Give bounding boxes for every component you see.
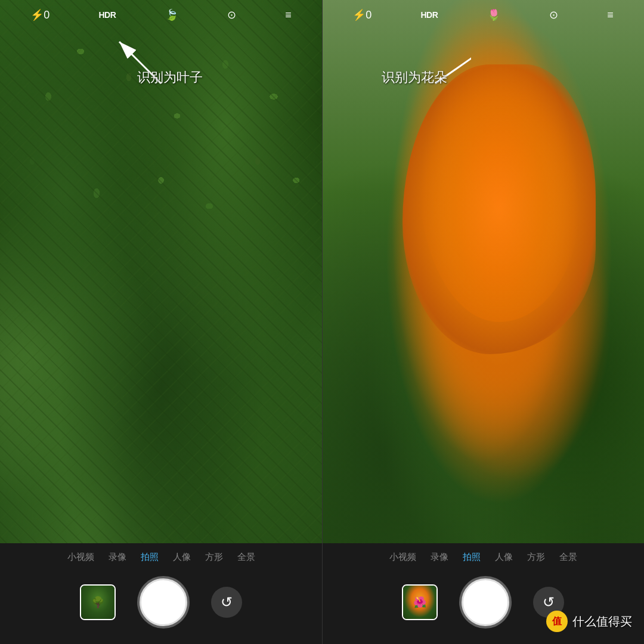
left-shutter-button[interactable] [140, 578, 187, 626]
right-flash-icon[interactable]: ⚡0 [352, 8, 371, 21]
right-flower-icon[interactable]: 🌷 [487, 8, 500, 21]
left-menu-icon[interactable]: ≡ [285, 9, 292, 21]
left-camera-panel: ⚡0 HDR 🍃 ⊙ ≡ 识别为叶子 [0, 0, 322, 644]
left-hdr-button[interactable]: HDR [98, 10, 116, 20]
left-mode-record[interactable]: 录像 [101, 552, 134, 563]
left-annotation-text: 识别为叶子 [137, 69, 203, 86]
right-annotation: 识别为花朵 [352, 36, 471, 110]
left-mode-photo[interactable]: 拍照 [134, 552, 166, 563]
left-leaf-icon[interactable]: 🍃 [165, 8, 178, 21]
right-flip-icon: ↺ [543, 594, 555, 611]
watermark: 值 什么值得买 [546, 611, 632, 632]
right-mode-portrait[interactable]: 人像 [488, 552, 520, 563]
left-toolbar: ⚡0 HDR 🍃 ⊙ ≡ [0, 0, 322, 30]
left-mode-tabs: 小视频 录像 拍照 人像 方形 全景 [0, 543, 322, 569]
main-container: ⚡0 HDR 🍃 ⊙ ≡ 识别为叶子 [0, 0, 644, 644]
left-flip-button[interactable]: ↺ [211, 587, 242, 618]
right-mode-video-small[interactable]: 小视频 [382, 552, 423, 563]
watermark-text: 什么值得买 [572, 614, 632, 630]
left-mode-square[interactable]: 方形 [198, 552, 230, 563]
right-face-icon[interactable]: ⊙ [549, 8, 558, 21]
right-annotation-text: 识别为花朵 [382, 69, 447, 86]
right-camera-panel: ⚡0 HDR 🌷 ⊙ ≡ 识别为花朵 [322, 0, 644, 644]
watermark-icon: 值 [546, 611, 568, 632]
left-thumbnail[interactable]: 🌳 [80, 584, 116, 620]
left-face-icon[interactable]: ⊙ [227, 8, 236, 21]
right-mode-square[interactable]: 方形 [520, 552, 552, 563]
right-mode-photo[interactable]: 拍照 [456, 552, 488, 563]
left-camera-controls: 🌳 ↺ [0, 569, 322, 644]
left-camera-bottom: 小视频 录像 拍照 人像 方形 全景 🌳 ↺ [0, 543, 322, 644]
right-menu-icon[interactable]: ≡ [607, 9, 614, 21]
left-mode-portrait[interactable]: 人像 [166, 552, 198, 563]
right-mode-tabs: 小视频 录像 拍照 人像 方形 全景 [322, 543, 644, 569]
left-annotation: 识别为叶子 [107, 36, 203, 110]
panel-divider [322, 0, 323, 644]
right-toolbar: ⚡0 HDR 🌷 ⊙ ≡ [322, 0, 644, 30]
left-flash-icon[interactable]: ⚡0 [30, 8, 49, 21]
right-hdr-button[interactable]: HDR [420, 10, 438, 20]
left-flip-icon: ↺ [221, 594, 233, 611]
left-mode-panorama[interactable]: 全景 [230, 552, 262, 563]
left-mode-video-small[interactable]: 小视频 [60, 552, 101, 563]
right-thumbnail[interactable]: 🌺 [402, 584, 438, 620]
right-camera-controls: 🌺 ↺ [322, 569, 644, 644]
right-shutter-button[interactable] [462, 578, 509, 626]
right-mode-panorama[interactable]: 全景 [552, 552, 584, 563]
cameras-row: ⚡0 HDR 🍃 ⊙ ≡ 识别为叶子 [0, 0, 644, 644]
right-mode-record[interactable]: 录像 [423, 552, 456, 563]
